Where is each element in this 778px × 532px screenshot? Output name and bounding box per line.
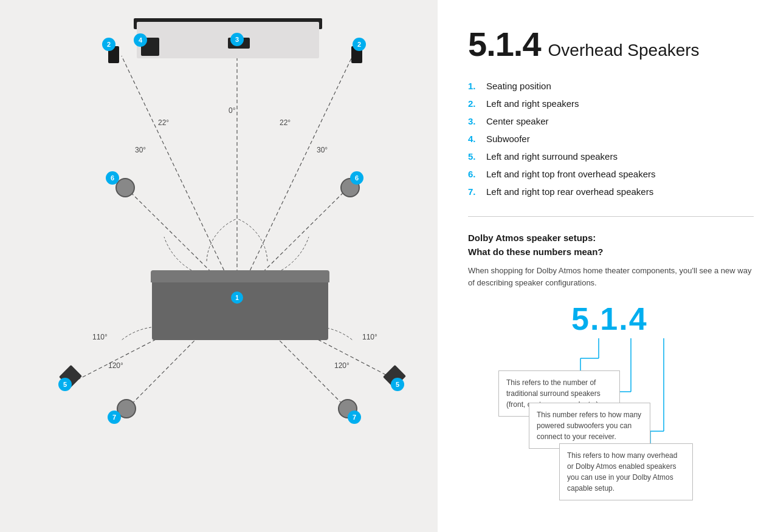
badge-6-right: 6 <box>350 171 363 185</box>
list-item-num: 5. <box>468 151 480 162</box>
list-item-text: Left and right top rear overhead speaker… <box>486 186 653 197</box>
sofa-back <box>151 270 329 282</box>
angle-0: 0° <box>229 106 235 115</box>
section-divider <box>468 216 754 217</box>
list-item: 4.Subwoofer <box>468 134 754 144</box>
angle-22-left: 22° <box>158 118 169 127</box>
angle-30-left: 30° <box>135 146 146 154</box>
list-item-num: 1. <box>468 81 480 91</box>
info-box-3: This refers to how many overhead or Dolb… <box>559 443 693 500</box>
angle-120-left: 120° <box>108 361 123 370</box>
badge-2-right: 2 <box>353 38 366 51</box>
list-item-text: Left and right top front overhead speake… <box>486 169 656 179</box>
list-item-num: 2. <box>468 98 480 109</box>
title-text: Overhead Speakers <box>548 41 700 60</box>
list-item-text: Seating position <box>486 81 551 91</box>
list-item: 2.Left and right speakers <box>468 98 754 109</box>
badge-3: 3 <box>230 33 244 46</box>
title-row: 5.1.4 Overhead Speakers <box>468 24 754 64</box>
list-item-num: 3. <box>468 116 480 126</box>
info-panel: 5.1.4 Overhead Speakers 1.Seating positi… <box>438 0 778 532</box>
sofa <box>152 273 328 340</box>
list-item-text: Left and right surround speakers <box>486 151 618 162</box>
title-number: 5.1.4 <box>468 24 541 64</box>
room-lines-svg <box>0 0 438 532</box>
list-item: 6.Left and right top front overhead spea… <box>468 169 754 179</box>
dolby-heading: Dolby Atmos speaker setups: What do thes… <box>468 231 754 259</box>
list-item-text: Subwoofer <box>486 134 530 144</box>
speaker-list: 1.Seating position2.Left and right speak… <box>468 81 754 197</box>
list-item: 1.Seating position <box>468 81 754 91</box>
diagram-514: 5.1.4 This refers to the number of tradi… <box>492 301 772 471</box>
list-item-text: Left and right speakers <box>486 98 579 109</box>
angle-110-left: 110° <box>92 333 108 341</box>
angle-120-right: 120° <box>334 361 349 370</box>
angle-22-right: 22° <box>280 118 291 127</box>
badge-2-left: 2 <box>102 38 115 51</box>
list-item: 5.Left and right surround speakers <box>468 151 754 162</box>
badge-5-left: 5 <box>58 378 72 391</box>
angle-110-right: 110° <box>362 333 377 341</box>
list-item-num: 4. <box>468 134 480 144</box>
badge-7-right: 7 <box>348 411 361 424</box>
badge-5-right: 5 <box>391 378 404 391</box>
room-diagram-panel: 4 3 2 2 6 6 1 5 5 7 7 22° 22° 0° 30° 30°… <box>0 0 438 532</box>
list-item-text: Center speaker <box>486 116 549 126</box>
dolby-description: When shopping for Dolby Atmos home theat… <box>468 265 754 288</box>
info-box-2: This number refers to how many powered s… <box>529 403 650 449</box>
badge-1: 1 <box>231 292 243 304</box>
list-item-num: 7. <box>468 186 480 197</box>
badge-7-left: 7 <box>108 411 121 424</box>
list-item: 7.Left and right top rear overhead speak… <box>468 186 754 197</box>
badge-6-left: 6 <box>106 171 119 185</box>
list-item-num: 6. <box>468 169 480 179</box>
angle-30-right: 30° <box>317 146 328 154</box>
svg-line-2 <box>237 56 353 298</box>
list-item: 3.Center speaker <box>468 116 754 126</box>
badge-4: 4 <box>134 33 147 47</box>
